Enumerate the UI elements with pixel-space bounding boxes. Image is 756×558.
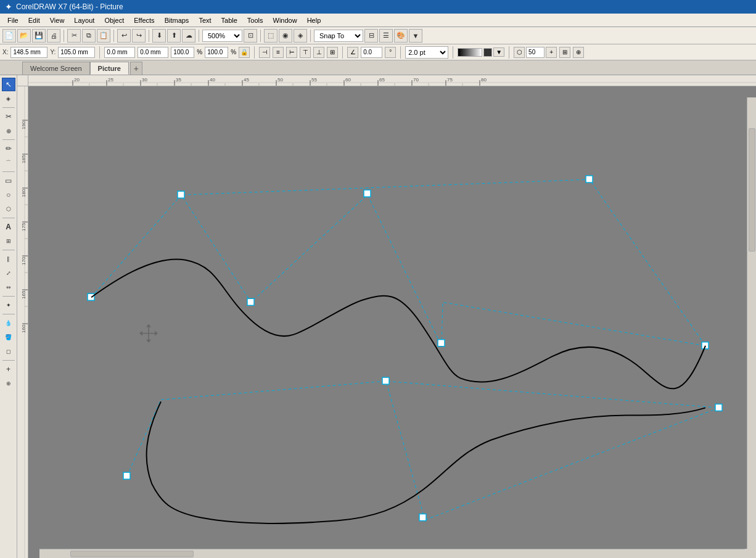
import-button[interactable]: ⬇ [152,29,166,43]
lock-ratio-btn[interactable]: 🔒 [239,47,250,58]
property-bar: X: Y: % % 🔒 ⊣ ≡ ⊢ ⊤ ⊥ ⊞ ∠ ° 2.0 pt 1.0 p… [0,44,756,60]
connector-tool-btn[interactable]: ⤢ [2,266,15,280]
y-input[interactable] [58,47,95,58]
ellipse-tool-btn[interactable]: ○ [2,188,15,202]
sep-p1 [99,46,100,59]
save-button[interactable]: 💾 [32,29,46,43]
tab-picture[interactable]: Picture [90,62,129,75]
new-button[interactable]: 📄 [2,29,16,43]
align-top-btn[interactable]: ⊤ [300,47,311,58]
node-count-input[interactable] [526,47,544,58]
color-mode-dropdown[interactable]: ▼ [409,29,422,43]
tab-welcome[interactable]: Welcome Screen [22,62,90,75]
menu-help[interactable]: Help [302,15,326,25]
color-mode-button[interactable]: 🎨 [394,29,408,43]
align-right-btn[interactable]: ⊢ [286,47,297,58]
tab-add-button[interactable]: + [130,62,142,75]
add-point-btn[interactable]: ⊕ [573,47,584,58]
measure-tool-btn[interactable]: ⇔ [2,281,15,294]
h-pct-input[interactable] [205,47,228,58]
node-11[interactable] [715,404,722,411]
align-left-btn[interactable]: ⊣ [259,47,270,58]
ruler-top: 20 25 30 35 40 45 50 55 60 [28,75,756,86]
export-button[interactable]: ⬆ [167,29,181,43]
menu-bitmaps[interactable]: Bitmaps [160,15,194,25]
full-screen-button[interactable]: ⬚ [264,29,277,43]
smart-draw-tool-btn[interactable]: ⌒ [2,156,15,170]
node-6[interactable] [586,176,593,183]
snap-select[interactable]: Snap To [314,30,363,42]
snap-btn3[interactable]: ☰ [379,29,393,43]
view-options-button[interactable]: ◈ [294,29,307,43]
w-pct-input[interactable] [171,47,194,58]
snap-btn2[interactable]: ⊟ [364,29,378,43]
menu-object[interactable]: Object [99,15,129,25]
add-btn[interactable]: + [2,363,15,376]
undo-button[interactable]: ↩ [117,29,131,43]
zoom-tool-btn[interactable]: ⊕ [2,124,15,137]
outline-btn[interactable]: ◻ [2,345,15,358]
main-area: ↖ ◈ ✂ ⊕ ✏ ⌒ ▭ ○ ⬡ A ⊞ ∥ ⤢ ⇔ ✦ 💧 🪣 ◻ + ⊕ [0,75,756,558]
menu-edit[interactable]: Edit [23,15,45,25]
node-2[interactable] [178,191,184,198]
table-tool-btn[interactable]: ⊞ [2,234,15,248]
menu-layout[interactable]: Layout [69,15,99,25]
angle-input[interactable] [361,47,382,58]
crop-tool-btn[interactable]: ✂ [2,110,15,123]
node-1[interactable] [88,293,94,300]
node-10[interactable] [419,514,426,521]
menu-window[interactable]: Window [268,15,302,25]
select-tool-btn[interactable]: ↖ [2,78,15,91]
fill-btn[interactable]: 🪣 [2,330,15,344]
eyedropper-btn[interactable]: 💧 [2,316,15,330]
menu-table[interactable]: Table [216,15,242,25]
print-button[interactable]: 🖨 [47,29,60,43]
node-4[interactable] [364,190,371,197]
h-input[interactable] [138,47,168,58]
w-input[interactable] [104,47,135,58]
redo-button[interactable]: ↪ [132,29,146,43]
extra-btn[interactable]: ⊞ [559,47,570,58]
node-9[interactable] [382,377,389,384]
node-5[interactable] [438,340,445,347]
align-center-btn[interactable]: ≡ [273,47,284,58]
freehand-tool-btn[interactable]: ✏ [2,142,15,155]
line-width-select[interactable]: 2.0 pt 1.0 pt 0.5 pt [405,46,448,59]
parallel-tool-btn[interactable]: ∥ [2,252,15,266]
svg-text:160: 160 [21,324,27,333]
menu-effects[interactable]: Effects [129,15,159,25]
transform-btn[interactable]: ⊕ [2,377,15,390]
zoom-fit-button[interactable]: ⊡ [244,29,257,43]
line-end-btn[interactable]: ▼ [493,47,504,57]
cut-button[interactable]: ✂ [67,29,81,43]
canvas-area[interactable]: 20 25 30 35 40 45 50 55 60 [17,75,756,558]
node-count-up[interactable]: + [546,47,557,58]
menu-view[interactable]: View [45,15,70,25]
menu-file[interactable]: File [2,15,23,25]
menu-text[interactable]: Text [194,15,216,25]
distribute-btn[interactable]: ⊞ [327,47,338,58]
horizontal-scrollbar[interactable] [39,549,745,558]
publish-button[interactable]: ☁ [182,29,195,43]
interactive-fill-btn[interactable]: ✦ [2,298,15,312]
paste-button[interactable]: 📋 [97,29,110,43]
scroll-thumb-h[interactable] [70,551,194,557]
drawing-canvas[interactable] [28,86,756,558]
open-button[interactable]: 📂 [17,29,31,43]
ruler-left-svg: 190 185 180 175 170 165 160 [17,86,28,558]
menu-tools[interactable]: Tools [242,15,268,25]
zoom-select[interactable]: 500% 400% 200% 100% [202,30,242,42]
svg-text:65: 65 [379,77,385,83]
view-mode-button[interactable]: ◉ [279,29,292,43]
polygon-tool-btn[interactable]: ⬡ [2,202,15,216]
rectangle-tool-btn[interactable]: ▭ [2,174,15,187]
node-3[interactable] [247,298,254,305]
node-8[interactable] [123,472,130,479]
align-middle-btn[interactable]: ⊥ [313,47,324,58]
node-tool-btn[interactable]: ◈ [2,92,15,105]
vertical-scrollbar[interactable] [747,97,756,549]
scroll-thumb-v[interactable] [749,128,755,252]
copy-button[interactable]: ⧉ [82,29,96,43]
x-input[interactable] [10,47,47,58]
text-tool-btn[interactable]: A [2,220,15,234]
